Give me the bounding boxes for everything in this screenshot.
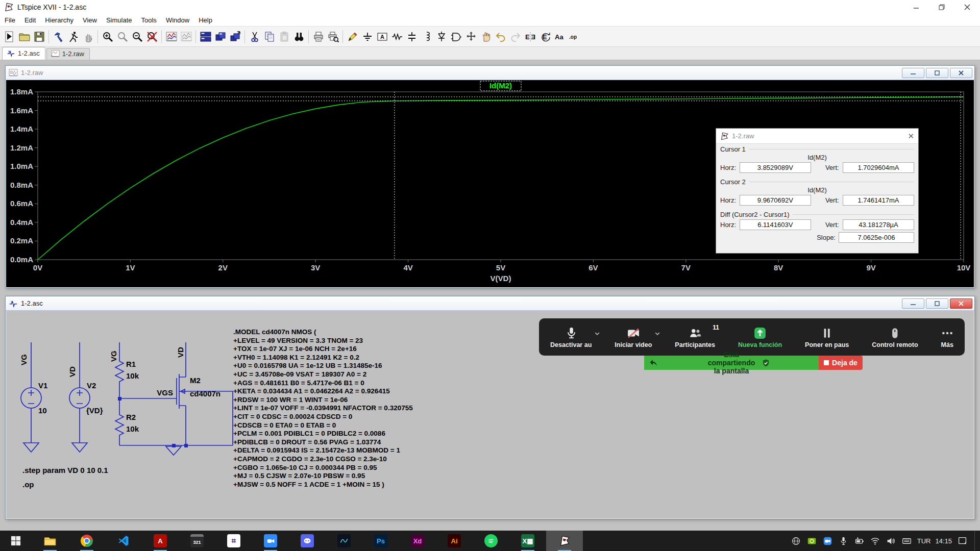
slope-value[interactable]: 7.0625e-006 <box>839 232 914 243</box>
control-panel-button[interactable] <box>51 29 66 44</box>
v2-value[interactable]: {VD} <box>86 406 103 415</box>
spice-directive-button[interactable]: .op <box>567 29 582 44</box>
taskbar-app-zoom[interactable] <box>252 531 289 551</box>
taskbar-app-acrobat[interactable]: A <box>142 531 179 551</box>
menu-simulate[interactable]: Simulate <box>102 15 137 26</box>
menu-edit[interactable]: Edit <box>20 15 40 26</box>
zoom-out-button[interactable] <box>130 29 144 44</box>
r2-value[interactable]: 10k <box>126 424 139 433</box>
menu-view[interactable]: View <box>78 15 102 26</box>
language-indicator[interactable]: TUR <box>917 537 931 545</box>
restore-button[interactable] <box>929 0 954 14</box>
sch-close-button[interactable] <box>950 298 972 309</box>
cursor2-horz-value[interactable]: 9.9670692V <box>740 195 811 206</box>
sch-maximize-button[interactable] <box>926 298 948 309</box>
taskbar-app-discord[interactable] <box>289 531 326 551</box>
zoom-fit-button[interactable] <box>144 29 159 44</box>
taskbar-app-excel[interactable]: X▦ <box>509 531 546 551</box>
open-button[interactable] <box>17 29 32 44</box>
wave-maximize-button[interactable] <box>926 68 948 78</box>
net-label-vd-m2[interactable]: VD <box>176 347 185 358</box>
globe-icon[interactable] <box>791 535 802 546</box>
net-label-vd[interactable]: VD <box>68 366 77 377</box>
taskbar-app-photoshop[interactable]: Ps <box>362 531 399 551</box>
tab-1-2.asc[interactable]: 1-2.asc <box>2 47 45 60</box>
menu-tools[interactable]: Tools <box>137 15 161 26</box>
battery-icon[interactable] <box>854 535 865 546</box>
new-share-button[interactable]: Nueva función <box>736 326 784 348</box>
show-desktop-button[interactable] <box>974 531 978 551</box>
print-preview-button[interactable] <box>326 29 340 44</box>
participants-button[interactable]: 11Participantes <box>673 326 717 348</box>
sch-minimize-button[interactable] <box>902 298 924 309</box>
v1-name[interactable]: V1 <box>38 381 47 390</box>
r2-name[interactable]: R2 <box>126 413 136 421</box>
zoom-in-button[interactable] <box>100 29 115 44</box>
save-button[interactable] <box>32 29 46 44</box>
undo-button[interactable] <box>493 29 508 44</box>
taskbar-app-chrome[interactable] <box>68 531 105 551</box>
wifi-icon[interactable] <box>870 535 881 546</box>
v1-value[interactable]: 10 <box>38 406 47 415</box>
waveform-window-titlebar[interactable]: 1-2.raw <box>6 66 974 80</box>
taskbar-app-explorer[interactable] <box>32 531 68 551</box>
print-button[interactable] <box>311 29 326 44</box>
taskbar-app-spotify[interactable] <box>473 531 509 551</box>
menu-hierarchy[interactable]: Hierarchy <box>40 15 78 26</box>
taskbar-app-circuit-tool[interactable] <box>326 531 362 551</box>
minimize-button[interactable] <box>903 0 929 14</box>
taskbar-app-media-player[interactable]: 321 <box>179 531 215 551</box>
taskbar-app-xd[interactable]: Xd <box>399 531 436 551</box>
volume-icon[interactable] <box>886 535 897 546</box>
r1-name[interactable]: R1 <box>126 360 136 368</box>
keyboard-icon[interactable] <box>901 535 913 546</box>
net-label-vg-r1[interactable]: VG <box>109 350 118 362</box>
cursor2-vert-value[interactable]: 1.7461417mA <box>843 195 914 206</box>
chevron-down-icon[interactable] <box>654 330 661 337</box>
tile-windows-button[interactable] <box>198 29 213 44</box>
chevron-down-icon[interactable] <box>594 330 601 337</box>
net-label-button[interactable]: A <box>375 29 389 44</box>
mute-button[interactable]: Desactivar au <box>548 326 594 348</box>
copy-button[interactable] <box>262 29 277 44</box>
cursor1-horz-value[interactable]: 3.8529089V <box>740 162 811 173</box>
remote-control-button[interactable]: Control remoto <box>870 326 920 348</box>
wave-minimize-button[interactable] <box>902 68 924 78</box>
tab-1-2.raw[interactable]: 1-2.raw <box>46 48 90 60</box>
r1-value[interactable]: 10k <box>126 371 139 380</box>
m2-name[interactable]: M2 <box>190 376 201 385</box>
action-center-icon[interactable] <box>957 535 968 546</box>
net-label-vg[interactable]: VG <box>19 354 28 365</box>
close-button[interactable] <box>954 0 980 14</box>
cut-button[interactable] <box>247 29 262 44</box>
titlebar[interactable]: LTspice XVII - 1-2.asc <box>0 0 980 14</box>
menu-file[interactable]: File <box>0 15 20 26</box>
mic-tray-icon[interactable] <box>838 535 849 546</box>
spice-model-text[interactable]: .MODEL cd4007n NMOS ( +LEVEL = 49 VERSIO… <box>233 328 413 489</box>
cursor-dialog[interactable]: 1-2.raw ✕ Cursor 1 Id(M2) Horz: 3.852908… <box>716 128 919 254</box>
inductor-button[interactable] <box>419 29 434 44</box>
ground-button[interactable] <box>360 29 375 44</box>
run-button[interactable] <box>2 29 17 44</box>
capacitor-button[interactable] <box>404 29 419 44</box>
menu-window[interactable]: Window <box>161 15 194 26</box>
diff-vert-value[interactable]: 43.181278µA <box>843 219 914 230</box>
component-button[interactable] <box>449 29 463 44</box>
diff-horz-value[interactable]: 6.1141603V <box>740 219 811 230</box>
cursor-dialog-close-icon[interactable]: ✕ <box>908 132 914 141</box>
start-button[interactable] <box>0 531 32 551</box>
op-directive[interactable]: .op <box>22 480 34 489</box>
wave-close-button[interactable] <box>950 68 972 78</box>
resistor-button[interactable] <box>389 29 404 44</box>
taskbar-app-ltspice[interactable] <box>546 531 583 551</box>
taskbar-app-slack[interactable]: ⌗ <box>215 531 252 551</box>
drag-button[interactable] <box>478 29 493 44</box>
v2-name[interactable]: V2 <box>87 381 96 390</box>
schematic-window-titlebar[interactable]: 1-2.asc <box>6 296 974 311</box>
stop-share-button[interactable]: Deja de <box>819 356 863 370</box>
cursor1-vert-value[interactable]: 1.7029604mA <box>843 162 914 173</box>
start-video-button[interactable]: Iniciar video <box>612 326 654 348</box>
autorange-button[interactable] <box>164 29 179 44</box>
mirror-button[interactable]: EE <box>523 29 537 44</box>
find-button[interactable] <box>291 29 306 44</box>
